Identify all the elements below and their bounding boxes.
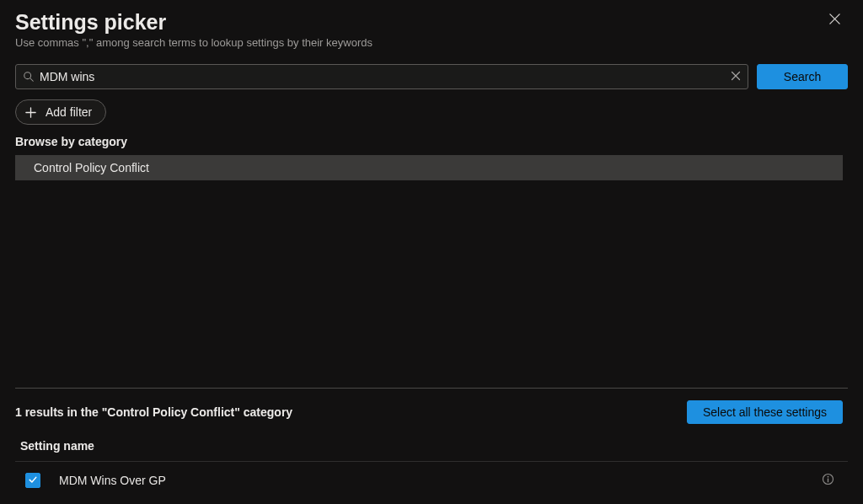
select-all-button[interactable]: Select all these settings <box>687 400 843 424</box>
results-header: 1 results in the "Control Policy Conflic… <box>15 400 848 424</box>
search-button-label: Search <box>784 70 821 83</box>
check-icon <box>28 473 38 488</box>
search-box[interactable] <box>15 64 748 89</box>
category-label: Control Policy Conflict <box>34 161 149 174</box>
add-filter-label: Add filter <box>46 105 92 119</box>
setting-checkbox[interactable] <box>25 473 40 488</box>
setting-row[interactable]: MDM Wins Over GP <box>15 462 848 499</box>
divider <box>15 388 848 389</box>
panel-title: Settings picker <box>15 10 848 35</box>
clear-search-button[interactable] <box>731 69 741 84</box>
settings-picker-panel: Settings picker Use commas "," among sea… <box>0 0 863 504</box>
panel-subtitle: Use commas "," among search terms to loo… <box>15 36 848 49</box>
info-button[interactable] <box>822 473 834 489</box>
search-row: Search <box>15 64 848 89</box>
svg-line-1 <box>30 78 34 82</box>
svg-point-3 <box>828 475 829 477</box>
category-row[interactable]: Control Policy Conflict <box>15 155 843 180</box>
svg-rect-4 <box>828 478 828 482</box>
search-button[interactable]: Search <box>757 64 848 89</box>
results-area: 1 results in the "Control Policy Conflic… <box>0 388 863 504</box>
results-summary: 1 results in the "Control Policy Conflic… <box>15 405 292 419</box>
browse-heading: Browse by category <box>15 135 848 148</box>
add-filter-button[interactable]: Add filter <box>15 99 106 125</box>
search-input[interactable] <box>35 70 731 83</box>
close-button[interactable] <box>826 12 843 29</box>
info-icon <box>822 473 834 489</box>
close-icon <box>731 69 741 84</box>
column-header: Setting name <box>15 439 848 453</box>
setting-label: MDM Wins Over GP <box>59 474 166 487</box>
select-all-label: Select all these settings <box>703 405 827 419</box>
close-icon <box>828 13 841 29</box>
plus-icon <box>24 106 37 119</box>
search-icon <box>23 71 35 83</box>
